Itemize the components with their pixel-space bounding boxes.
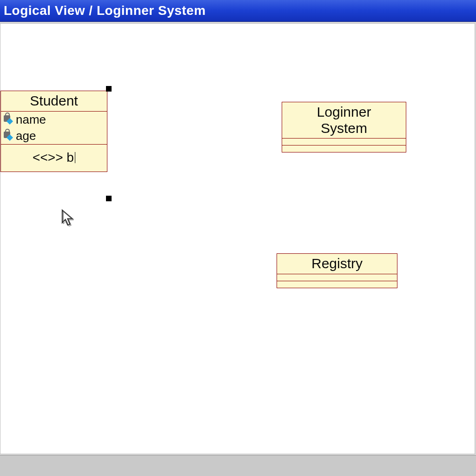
uml-class-student[interactable]: Student name age <<>> b — [0, 91, 107, 172]
selection-handle-ne[interactable] — [106, 86, 112, 92]
uml-class-loginner-system[interactable]: Loginner System — [282, 102, 406, 152]
uml-attribute-name: age — [16, 129, 36, 143]
uml-attribute-row[interactable]: name — [1, 112, 107, 128]
uml-class-registry[interactable]: Registry — [277, 253, 397, 288]
uml-attribute-row[interactable]: age — [1, 128, 107, 144]
window-title: Logical View / Loginner System — [4, 3, 206, 18]
uml-operations-section[interactable]: <<>> b — [1, 145, 107, 172]
uml-operation-editing[interactable]: <<>> b — [1, 145, 107, 172]
uml-class-name[interactable]: Registry — [277, 254, 397, 274]
uml-class-name-line1: Loginner — [317, 104, 371, 119]
status-bar — [0, 455, 476, 476]
cursor-pointer-icon — [60, 209, 79, 227]
uml-operations-section[interactable] — [282, 145, 406, 152]
uml-class-name[interactable]: Student — [1, 91, 107, 112]
uml-attributes-section[interactable]: name age — [1, 112, 107, 145]
uml-attributes-section[interactable] — [277, 274, 397, 281]
uml-attribute-name: name — [16, 112, 46, 127]
text-caret — [75, 152, 75, 163]
uml-attributes-section[interactable] — [282, 139, 406, 145]
window-titlebar[interactable]: Logical View / Loginner System — [0, 0, 476, 22]
uml-operations-section[interactable] — [277, 281, 397, 288]
visibility-private-icon — [4, 132, 14, 140]
visibility-private-icon — [4, 115, 14, 124]
diagram-canvas[interactable]: Student name age <<>> b Lo — [0, 23, 475, 454]
uml-class-name-line2: System — [321, 120, 367, 136]
selection-handle-se[interactable] — [106, 196, 112, 201]
uml-operation-text: <<>> b — [33, 150, 74, 165]
uml-class-name[interactable]: Loginner System — [282, 102, 406, 139]
